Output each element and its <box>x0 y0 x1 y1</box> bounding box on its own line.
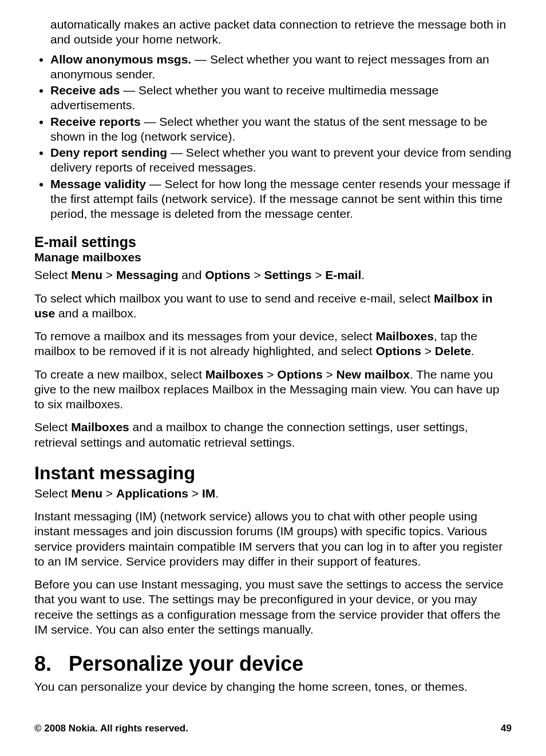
create-mailbox-para: To create a new mailbox, select Mailboxe… <box>34 367 512 412</box>
separator: > <box>323 368 337 381</box>
instant-messaging-heading: Instant messaging <box>34 463 512 484</box>
text: To select which mailbox you want to use … <box>34 292 434 305</box>
option-label: New mailbox <box>337 368 410 381</box>
setting-name: Receive reports <box>50 115 141 128</box>
option-label: Mailboxes <box>375 329 434 343</box>
mms-settings-list: Allow anonymous msgs. — Select whether y… <box>34 52 512 222</box>
separator: > <box>251 268 264 281</box>
im-nav-path: Select Menu > Applications > IM. <box>34 486 512 501</box>
intro-continuation: automatically makes an active packet dat… <box>50 17 512 47</box>
chapter-heading: 8. Personalize your device <box>34 652 512 676</box>
page-number: 49 <box>501 723 512 734</box>
change-settings-para: Select Mailboxes and a mailbox to change… <box>34 420 512 450</box>
copyright-text: © 2008 Nokia. All rights reserved. <box>34 723 188 734</box>
text: . <box>471 344 474 357</box>
menu-label: IM <box>202 487 215 500</box>
text: Select <box>34 487 71 500</box>
text: Select <box>34 420 71 433</box>
menu-label: Applications <box>116 487 188 500</box>
menu-label: Settings <box>264 268 311 281</box>
email-settings-heading: E-mail settings <box>34 234 512 250</box>
im-description-2: Before you can use Instant messaging, yo… <box>34 577 512 637</box>
text: and <box>179 268 205 281</box>
text: . <box>361 268 365 281</box>
text: and a mailbox. <box>55 307 136 320</box>
menu-label: Menu <box>71 268 102 281</box>
manage-mailboxes-heading: Manage mailboxes <box>34 250 512 264</box>
list-item: Receive ads — Select whether you want to… <box>50 83 512 113</box>
setting-name: Deny report sending <box>50 146 167 159</box>
page-footer: © 2008 Nokia. All rights reserved. 49 <box>34 723 512 734</box>
chapter-number: 8. <box>34 652 63 676</box>
email-nav-path: Select Menu > Messaging and Options > Se… <box>34 268 512 282</box>
setting-name: Allow anonymous msgs. <box>50 53 191 66</box>
text: . <box>215 487 219 500</box>
option-label: Mailboxes <box>71 420 129 433</box>
separator: > <box>311 268 325 281</box>
menu-label: Menu <box>71 487 102 500</box>
text: Select <box>34 268 71 281</box>
text: To remove a mailbox and its messages fro… <box>34 329 375 343</box>
separator: > <box>102 487 116 500</box>
separator: > <box>102 268 116 281</box>
menu-label: Messaging <box>116 268 179 281</box>
list-item: Allow anonymous msgs. — Select whether y… <box>50 52 512 82</box>
list-item: Deny report sending — Select whether you… <box>50 145 512 176</box>
separator: > <box>421 344 435 357</box>
option-label: Delete <box>435 344 471 357</box>
menu-label: E-mail <box>325 268 361 281</box>
separator: > <box>263 368 277 381</box>
setting-name: Message validity <box>50 177 146 190</box>
list-item: Message validity — Select for how long t… <box>50 177 512 222</box>
im-description-1: Instant messaging (IM) (network service)… <box>34 509 512 569</box>
list-item: Receive reports — Select whether you wan… <box>50 114 512 145</box>
chapter-intro: You can personalize your device by chang… <box>34 679 512 694</box>
chapter-title: Personalize your device <box>69 652 303 675</box>
select-mailbox-para: To select which mailbox you want to use … <box>34 291 512 321</box>
menu-label: Options <box>205 268 250 281</box>
setting-name: Receive ads <box>50 83 120 97</box>
option-label: Options <box>376 344 421 357</box>
page-49: automatically makes an active packet dat… <box>0 0 546 756</box>
option-label: Mailboxes <box>205 368 264 381</box>
option-label: Options <box>277 368 322 381</box>
remove-mailbox-para: To remove a mailbox and its messages fro… <box>34 329 512 359</box>
separator: > <box>188 487 202 500</box>
text: To create a new mailbox, select <box>34 368 205 381</box>
